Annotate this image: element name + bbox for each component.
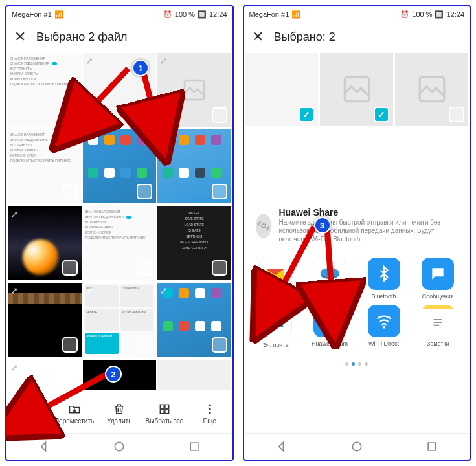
thumbnail[interactable]: ⤢ bbox=[8, 360, 82, 390]
expand-icon: ⤢ bbox=[85, 285, 93, 296]
battery-icon: 🔲 bbox=[198, 10, 207, 19]
page-title: Выбрано 2 файл bbox=[36, 30, 128, 44]
thumbnail[interactable]: ЗНАЧОК НАЛОЖЕНИЯ ЗНАЧОК УВЕДОМЛЕНИЯ ВСТР… bbox=[8, 53, 82, 127]
home-icon[interactable] bbox=[113, 440, 126, 453]
expand-icon: ⤢ bbox=[160, 285, 168, 296]
nav-bar bbox=[6, 433, 232, 460]
thumbnail[interactable]: ⤢ ✓ bbox=[83, 53, 157, 127]
back-icon[interactable] bbox=[38, 440, 51, 453]
expand-icon: ⤢ bbox=[10, 209, 18, 219]
svg-point-22 bbox=[321, 268, 339, 277]
share-grid: Яндекс.Почта Яндекс.Диск Bluetooth Сообщ… bbox=[244, 249, 470, 357]
home-icon[interactable] bbox=[350, 440, 363, 453]
page-dots bbox=[244, 357, 470, 371]
svg-point-11 bbox=[209, 408, 210, 410]
checkbox-icon[interactable] bbox=[137, 260, 152, 276]
status-bar: MegaFon #1 📶 ⏰100 % 🔲 12:24 bbox=[244, 6, 470, 22]
svg-rect-9 bbox=[165, 410, 169, 414]
thumbnail[interactable] bbox=[157, 360, 231, 390]
thumbnail[interactable]: ✓ bbox=[320, 53, 393, 126]
back-icon[interactable] bbox=[275, 440, 288, 453]
svg-point-12 bbox=[209, 412, 210, 414]
expand-icon: ⤢ bbox=[10, 285, 18, 296]
carrier-label: MegaFon #1 bbox=[249, 10, 289, 18]
select-all-button[interactable]: Выбрать все bbox=[142, 394, 187, 433]
expand-icon: ⤢ bbox=[85, 132, 93, 142]
checkbox-icon[interactable] bbox=[212, 107, 227, 123]
thumbnail[interactable] bbox=[83, 360, 157, 390]
thumbnail[interactable]: ⤢ bbox=[157, 129, 231, 203]
thumbnail[interactable]: ВСЕ СКРИНШОТЫ КАМЕРА ДРУГИЕ АЛЬБОМЫ ДОБА… bbox=[83, 283, 157, 357]
checkbox-icon[interactable] bbox=[449, 107, 464, 122]
share-email[interactable]: Эл. почта bbox=[251, 305, 301, 348]
checkbox-icon[interactable] bbox=[62, 260, 78, 276]
svg-point-28 bbox=[352, 442, 361, 450]
checkbox-icon[interactable]: ✓ bbox=[62, 107, 78, 123]
checkbox-icon[interactable]: ✓ bbox=[137, 107, 152, 123]
huawei-share-icon bbox=[256, 214, 271, 238]
checkbox-icon[interactable] bbox=[62, 337, 78, 353]
thumbnail[interactable]: ✓ bbox=[245, 53, 319, 126]
selected-thumbnails: ✓ ✓ bbox=[244, 52, 470, 203]
image-grid: ЗНАЧОК НАЛОЖЕНИЯ ЗНАЧОК УВЕДОМЛЕНИЯ ВСТР… bbox=[6, 52, 232, 394]
checkbox-icon[interactable] bbox=[137, 337, 152, 353]
expand-icon: ⤢ bbox=[160, 56, 168, 66]
more-button[interactable]: Еще bbox=[187, 394, 232, 433]
checkbox-icon[interactable] bbox=[137, 184, 152, 199]
share-wifi-direct[interactable]: Wi-Fi Direct bbox=[359, 305, 409, 348]
alarm-icon: ⏰ bbox=[400, 10, 409, 19]
checkbox-icon[interactable] bbox=[212, 184, 227, 199]
thumbnail[interactable]: ⤢ bbox=[83, 129, 157, 203]
thumbnail[interactable]: ⤢ bbox=[8, 206, 82, 280]
share-huawei-beam[interactable]: N Huawei Beam bbox=[304, 305, 355, 348]
checkbox-icon[interactable]: ✓ bbox=[299, 107, 314, 122]
expand-icon: ⤢ bbox=[85, 209, 93, 214]
signal-icon: 📶 bbox=[54, 10, 63, 19]
nav-bar bbox=[244, 433, 470, 460]
thumbnail[interactable]: ⤢ bbox=[157, 53, 231, 127]
thumbnail[interactable] bbox=[395, 53, 468, 126]
thumbnail[interactable]: ⤢ bbox=[8, 283, 82, 357]
time-label: 12:24 bbox=[446, 10, 464, 18]
svg-point-24 bbox=[383, 326, 384, 327]
header: ✕ Выбрано: 2 bbox=[244, 22, 470, 52]
share-notes[interactable]: Заметки bbox=[413, 305, 463, 348]
checkbox-icon[interactable] bbox=[212, 260, 227, 276]
signal-icon: 📶 bbox=[291, 10, 300, 19]
checkbox-icon[interactable] bbox=[62, 184, 78, 199]
svg-rect-14 bbox=[191, 443, 199, 450]
phone-gallery: MegaFon #1 📶 ⏰100 % 🔲 12:24 ✕ Выбрано 2 … bbox=[5, 5, 234, 461]
delete-button[interactable]: Удалить bbox=[96, 394, 142, 433]
expand-icon: ⤢ bbox=[160, 132, 168, 142]
share-yandex-disk[interactable]: Яндекс.Диск bbox=[304, 258, 355, 301]
phone-share: MegaFon #1 📶 ⏰100 % 🔲 12:24 ✕ Выбрано: 2… bbox=[243, 5, 471, 461]
battery-label: 100 % bbox=[175, 10, 195, 18]
close-icon[interactable]: ✕ bbox=[252, 28, 264, 45]
share-bluetooth[interactable]: Bluetooth bbox=[359, 258, 409, 301]
huawei-share-title: Huawei Share bbox=[279, 208, 459, 217]
share-yandex-mail[interactable]: Яндекс.Почта bbox=[251, 258, 301, 301]
expand-icon: ⤢ bbox=[85, 56, 93, 66]
checkbox-icon[interactable] bbox=[212, 337, 227, 353]
recent-icon[interactable] bbox=[425, 440, 438, 453]
move-button[interactable]: Переместить bbox=[52, 394, 97, 433]
svg-rect-7 bbox=[165, 405, 169, 408]
status-bar: MegaFon #1 📶 ⏰100 % 🔲 12:24 bbox=[6, 6, 232, 22]
battery-icon: 🔲 bbox=[435, 10, 444, 19]
svg-rect-6 bbox=[160, 405, 164, 408]
thumbnail[interactable]: ЗНАЧОК НАЛОЖЕНИЯ ЗНАЧОК УВЕДОМЛЕНИЯ ВСТР… bbox=[83, 206, 157, 280]
send-button[interactable]: Отправить bbox=[6, 394, 52, 433]
recent-icon[interactable] bbox=[188, 440, 201, 453]
close-icon[interactable]: ✕ bbox=[14, 28, 26, 45]
expand-icon: ⤢ bbox=[10, 56, 18, 61]
svg-line-4 bbox=[27, 406, 32, 408]
thumbnail[interactable]: ⤢ bbox=[157, 283, 231, 357]
alarm-icon: ⏰ bbox=[163, 10, 172, 19]
thumbnail[interactable]: RESET SAVE STATE LOAD STATE CHEATS SETTI… bbox=[157, 206, 231, 280]
thumbnail[interactable]: ЗНАЧОК НАЛОЖЕНИЯ ЗНАЧОК УВЕДОМЛЕНИЯ ВСТР… bbox=[8, 129, 82, 203]
share-messages[interactable]: Сообщения bbox=[413, 258, 463, 301]
expand-icon: ⤢ bbox=[10, 362, 18, 373]
huawei-share-row[interactable]: Huawei Share Нажмите здесь для быстрой о… bbox=[244, 203, 470, 249]
carrier-label: MegaFon #1 bbox=[12, 10, 52, 18]
checkbox-icon[interactable]: ✓ bbox=[374, 107, 389, 122]
